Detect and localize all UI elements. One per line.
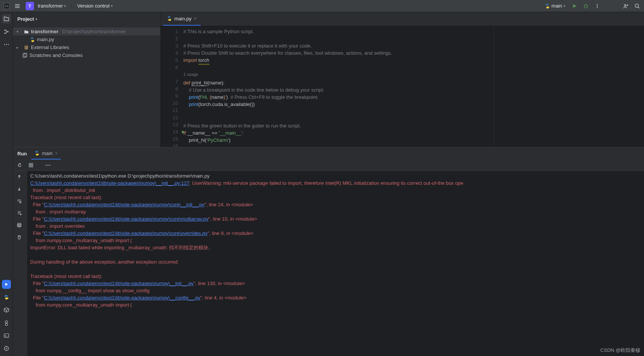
console-output[interactable]: C:\Users\tashi\.conda\envs\test1\python.…	[27, 171, 644, 356]
more-actions-button[interactable]	[593, 2, 602, 11]
chevron-down-icon: ▾	[111, 4, 113, 8]
topbar: PC T transformer ▾ Version control ▾ mai…	[0, 0, 644, 12]
run-title: Run	[16, 147, 28, 160]
project-selector[interactable]: transformer ▾	[35, 3, 68, 9]
tree-ext-lib-label: External Libraries	[31, 44, 69, 50]
svg-point-12	[6, 44, 6, 45]
print-icon[interactable]	[15, 221, 24, 230]
terminal-tool-icon[interactable]	[2, 331, 11, 340]
more-tools-icon[interactable]	[2, 40, 11, 49]
up-stacktrace-icon[interactable]	[15, 172, 24, 181]
chevron-down-icon: ▾	[35, 17, 37, 21]
python-console-icon[interactable]	[2, 293, 11, 302]
library-icon	[23, 44, 29, 51]
chevron-right-icon: ▸	[17, 46, 22, 49]
svg-point-2	[584, 5, 587, 8]
chevron-down-icon: ▾	[17, 30, 22, 34]
clear-all-icon[interactable]	[15, 233, 24, 242]
more-run-actions[interactable]	[43, 161, 52, 170]
tree-root-folder[interactable]: ▾ transformer D:\project\python\transfor…	[13, 28, 160, 35]
svg-point-4	[597, 5, 598, 6]
svg-point-22	[49, 164, 50, 165]
run-button[interactable]	[570, 2, 579, 11]
close-icon[interactable]: ×	[194, 15, 197, 21]
python-icon	[34, 150, 40, 156]
svg-text:PC: PC	[5, 5, 9, 8]
tree-root-name: transformer	[31, 29, 58, 34]
svg-rect-14	[4, 334, 9, 338]
project-toolwindow: Project ▾ ▾ transformer D:\project\pytho…	[13, 12, 161, 147]
tree-scratches[interactable]: Scratches and Consoles	[13, 51, 160, 59]
watermark: CSDN @欧阳秦穆	[600, 347, 640, 354]
svg-point-21	[48, 164, 48, 165]
python-packages-icon[interactable]	[2, 305, 11, 315]
python-file-icon	[29, 37, 35, 43]
project-name-label: transformer	[38, 3, 63, 9]
svg-point-5	[597, 7, 598, 8]
code-with-me-icon[interactable]	[621, 2, 630, 11]
run-side-toolbar	[13, 171, 26, 356]
chevron-down-icon: ▾	[564, 4, 566, 8]
close-icon[interactable]: ×	[55, 150, 58, 156]
run-config-name: main	[42, 150, 52, 156]
main-menu-icon[interactable]	[13, 2, 22, 11]
code-body[interactable]: # This is a sample Python script. # Pres…	[183, 28, 644, 144]
run-config-selector[interactable]: main ▾	[543, 3, 568, 9]
editor: main.py × 1 2 3 4 5 6 7 8 9 10 11 12 13 …	[161, 12, 644, 147]
python-icon	[545, 3, 550, 9]
svg-point-6	[624, 4, 626, 6]
debug-button[interactable]	[581, 2, 590, 11]
project-header[interactable]: Project ▾	[13, 12, 160, 26]
structure-tool-icon[interactable]	[2, 27, 11, 36]
svg-point-20	[46, 164, 46, 165]
problems-tool-icon[interactable]	[2, 344, 11, 353]
gutter: 1 2 3 4 5 6 7 8 9 10 11 12 13 14 15 16	[161, 26, 181, 147]
chevron-down-icon: ▾	[64, 4, 66, 8]
tree-scratches-label: Scratches and Consoles	[29, 52, 83, 58]
services-tool-icon[interactable]	[2, 318, 11, 327]
rerun-button[interactable]	[15, 161, 24, 170]
project-tree: ▾ transformer D:\project\python\transfor…	[13, 26, 160, 59]
python-file-icon	[167, 16, 172, 21]
vcs-label: Version control	[77, 3, 109, 9]
tree-external-libraries[interactable]: ▸ External Libraries	[13, 43, 160, 51]
run-toolwindow: Run main × C:\Users\tashi\.conda\envs\te…	[13, 147, 644, 356]
project-title: Project	[17, 16, 34, 22]
svg-point-16	[6, 348, 7, 349]
tree-file-name: main.py	[37, 37, 54, 42]
svg-point-11	[4, 44, 5, 45]
scroll-to-end-icon[interactable]	[15, 209, 24, 218]
stop-button[interactable]	[26, 161, 35, 170]
svg-point-3	[597, 4, 598, 5]
folder-icon	[23, 29, 29, 35]
ide-logo-icon[interactable]: PC	[2, 2, 11, 11]
svg-point-7	[635, 4, 639, 7]
editor-tabbar: main.py ×	[161, 12, 644, 26]
project-badge: T	[26, 2, 34, 10]
tree-root-path: D:\project\python\transformer	[62, 29, 126, 34]
svg-rect-19	[29, 163, 33, 167]
run-config-label: main	[552, 3, 562, 9]
run-tabbar: Run main ×	[13, 147, 644, 160]
search-icon[interactable]	[633, 2, 642, 11]
scratches-icon	[22, 52, 28, 58]
run-tool-icon[interactable]	[2, 280, 11, 289]
left-toolbar	[0, 12, 13, 356]
editor-tab-main[interactable]: main.py ×	[163, 12, 201, 26]
svg-point-13	[8, 44, 8, 45]
project-tool-icon[interactable]	[2, 14, 11, 23]
run-toolbar	[13, 160, 644, 171]
tree-file-main[interactable]: main.py	[13, 35, 160, 43]
soft-wrap-icon[interactable]	[15, 196, 24, 206]
down-stacktrace-icon[interactable]	[15, 184, 24, 193]
vcs-selector[interactable]: Version control ▾	[75, 3, 115, 9]
run-config-tab[interactable]: main ×	[31, 147, 61, 160]
editor-tab-label: main.py	[174, 16, 192, 21]
code-area[interactable]: 1 2 3 4 5 6 7 8 9 10 11 12 13 14 15 16 1…	[161, 26, 644, 147]
